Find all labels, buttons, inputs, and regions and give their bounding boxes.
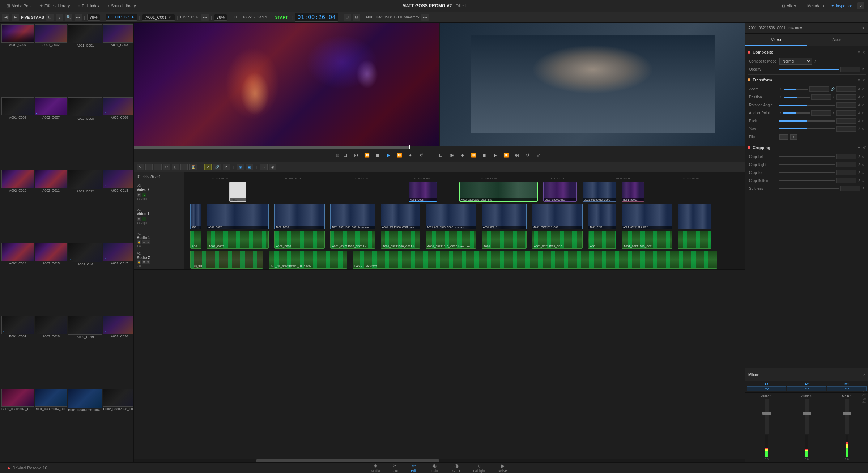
src-next-btn[interactable]: ⏭ — [406, 151, 415, 159]
pitch-value[interactable]: 0.000 — [836, 118, 856, 124]
slide-tool[interactable]: ⊢ — [180, 164, 188, 170]
clip-B001_03302052[interactable]: B001_03302052_C09... — [583, 182, 616, 202]
tab-media-pool[interactable]: ⊞ Media Pool — [3, 0, 35, 12]
opacity-slider[interactable] — [779, 69, 839, 70]
mark-btn[interactable]: ◉ — [269, 164, 276, 170]
media-item-A002_C011[interactable]: A002_C011 — [35, 170, 67, 242]
ch1-fader-handle[interactable] — [762, 412, 771, 415]
media-item-A002_C008[interactable]: A002_C008 — [68, 97, 102, 170]
composite-expand[interactable]: ▼ — [857, 50, 861, 54]
yaw-slider[interactable] — [779, 128, 835, 129]
crop-right-reset[interactable]: ↺ — [858, 163, 860, 166]
tc-settings-btn[interactable]: ••• — [201, 14, 209, 21]
tab-cut[interactable]: ✂ Cut — [390, 462, 401, 473]
pgm-aspect-btn[interactable]: ⊡ — [437, 151, 445, 159]
media-item-A002_C012[interactable]: A002_C012 — [68, 170, 102, 242]
a1-solo-btn[interactable]: S — [146, 240, 150, 244]
crop-bottom-keyframe[interactable]: ◇ — [862, 179, 864, 182]
composite-mode-reset[interactable]: ↺ — [813, 59, 816, 63]
pgm-stop-btn[interactable]: ⏹ — [480, 151, 489, 159]
clip-B001_03301946[interactable]: B001_03301946... — [543, 182, 577, 202]
crop-right-value[interactable]: 0.000 — [836, 162, 856, 167]
media-item-A002_C010[interactable]: A002_C010 — [1, 170, 34, 242]
src-forward-btn[interactable]: ⏩ — [395, 151, 404, 159]
ch3-fader-track[interactable] — [845, 399, 849, 434]
display2-btn[interactable]: ⊡ — [353, 14, 360, 21]
rotation-keyframe[interactable]: ◇ — [862, 103, 864, 107]
media-item-A001_C004[interactable]: A001_C004 — [1, 24, 34, 97]
opacity-reset[interactable]: ↺ — [861, 67, 864, 71]
a1c2[interactable]: A002_C007 — [207, 231, 269, 249]
src-aspect-btn[interactable]: ⊡ — [341, 151, 350, 159]
tab-edit-index[interactable]: ≡ Edit Index — [74, 0, 103, 12]
crop-left-value[interactable]: 0.000 — [836, 154, 856, 159]
dynamic-trim[interactable]: ⋮ — [154, 164, 162, 170]
crop-left-keyframe[interactable]: ◇ — [862, 155, 864, 158]
media-item-A002_C009[interactable]: ♪ A002_C009 — [103, 97, 133, 170]
softness-value[interactable]: 0.000 — [840, 186, 860, 191]
display-mode-btn[interactable]: ⊟ — [344, 14, 351, 21]
a1c7[interactable]: A001... — [482, 231, 527, 249]
transform-expand[interactable]: ▼ — [857, 78, 861, 82]
media-item-A002_C017[interactable]: ♪ A002_C017 — [103, 243, 133, 315]
zoom-x-value[interactable]: 1.000 — [809, 86, 829, 92]
v1c10[interactable]: A001_03211519_C02... — [622, 204, 672, 229]
media-item-A001_C001[interactable]: A001_C001 — [68, 24, 102, 97]
ch2-fader-track[interactable] — [805, 399, 809, 434]
v1-mute-btn[interactable]: M — [137, 217, 141, 221]
a1c8[interactable]: A001_03211519_C02... — [532, 231, 583, 249]
ch3-fader-handle[interactable] — [843, 412, 851, 415]
back-btn[interactable]: ◀ — [2, 14, 9, 21]
softness-slider[interactable] — [779, 188, 839, 189]
position-keyframe[interactable]: ◇ — [862, 95, 864, 99]
yaw-value[interactable]: 0.000 — [836, 126, 856, 132]
a2-mute-btn[interactable]: M — [142, 260, 146, 264]
a1c3[interactable]: A002_B008 — [274, 231, 325, 249]
a1c10[interactable]: A001_03211519_C02... — [622, 231, 672, 249]
rotation-reset[interactable]: ↺ — [858, 103, 860, 107]
mixer-btn[interactable]: ⊟ Mixer — [780, 3, 799, 9]
v1c11[interactable] — [678, 204, 711, 229]
pitch-slider[interactable] — [779, 120, 835, 122]
scrub-bar[interactable] — [134, 146, 745, 149]
A2-eq-btn[interactable]: EQ — [787, 386, 826, 391]
ch1-fader-track[interactable] — [765, 399, 769, 434]
flip-v-btn[interactable]: ↕ — [790, 134, 797, 140]
v1c2[interactable]: A002_C007 — [207, 204, 269, 229]
v1c5[interactable]: A001_03211508_C001.braw.mov — [381, 204, 420, 229]
composite-reset-btn[interactable]: ↺ — [863, 50, 866, 54]
crop-top-value[interactable]: 0.000 — [836, 170, 856, 175]
crop-left-reset[interactable]: ↺ — [858, 155, 860, 158]
src-stop-btn[interactable]: ⏹ — [374, 151, 382, 159]
v1c1[interactable]: A00... — [190, 204, 201, 229]
timeline-scrollbar[interactable] — [134, 459, 745, 462]
v2-solo-btn[interactable]: S — [142, 193, 146, 197]
a2-lock-btn[interactable]: 🔒 — [137, 260, 141, 264]
pgm-fullscreen-btn[interactable]: ⤢ — [534, 151, 543, 159]
media-item-A002_C015[interactable]: A002_C015 — [35, 243, 67, 315]
A1-eq-btn[interactable]: EQ — [747, 386, 786, 391]
metadata-btn[interactable]: ≡ Metadata — [801, 3, 826, 9]
transform-reset-btn[interactable]: ↺ — [863, 78, 866, 82]
pgm-audio-btn[interactable]: ◉ — [447, 151, 456, 159]
crop-right-slider[interactable] — [779, 164, 835, 165]
select-tool[interactable]: ↖ — [137, 164, 144, 170]
cropping-reset-btn[interactable]: ↺ — [863, 146, 866, 150]
crop-top-keyframe[interactable]: ◇ — [862, 171, 864, 174]
crop-top-slider[interactable] — [779, 172, 835, 173]
pgm-back-btn[interactable]: ⏪ — [469, 151, 478, 159]
position-x-value[interactable]: 0.000 — [811, 94, 831, 100]
a2-solo-btn[interactable]: S — [146, 260, 150, 264]
pgm-prev-btn[interactable]: ⏮ — [458, 151, 467, 159]
tab-media[interactable]: ◈ Media — [368, 462, 383, 473]
flag-tool[interactable]: ⚑ — [223, 164, 230, 170]
inspector-btn[interactable]: ✦ Inspector — [829, 3, 854, 9]
blade-tool[interactable]: ✂ — [163, 164, 170, 170]
pgm-play-btn[interactable]: ▶ — [491, 151, 499, 159]
pos-slider[interactable] — [784, 97, 810, 98]
media-item-B001_03301946[interactable]: B001_03301946_C0... — [1, 389, 34, 461]
mixer-expand-btn[interactable]: ⤢ — [862, 373, 865, 377]
v1c3[interactable]: A002_B008 — [274, 204, 325, 229]
clip-settings-btn[interactable]: ••• — [421, 14, 429, 21]
v1c6[interactable]: A001_03211519_C002.braw.mov — [426, 204, 476, 229]
